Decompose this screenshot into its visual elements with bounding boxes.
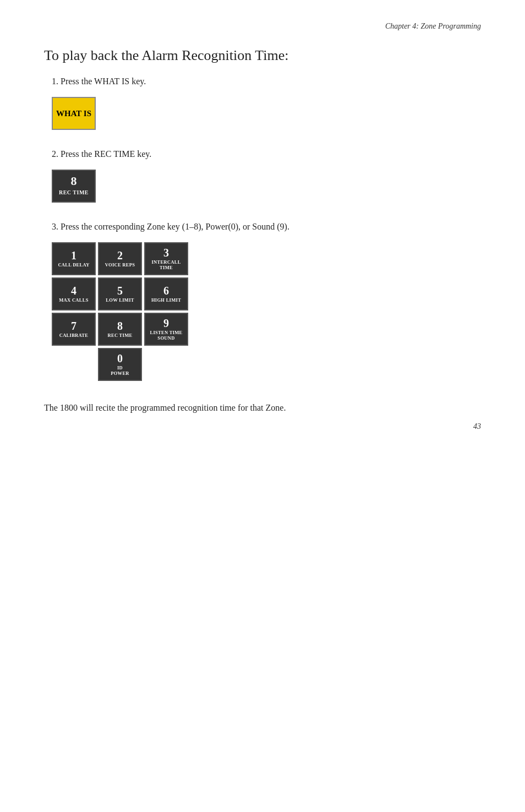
zone-key-2[interactable]: 2 VOICE REPS (98, 242, 142, 275)
zone-key-2-number: 2 (117, 250, 123, 261)
zone-key-4[interactable]: 4 MAX CALLS (52, 277, 96, 310)
what-is-key-illustration: WHAT IS (52, 97, 96, 130)
zone-key-5-number: 5 (117, 285, 123, 296)
zone-key-7[interactable]: 7 CALIBRATE (52, 313, 96, 346)
chapter-label: Chapter 4: Zone Programming (385, 22, 481, 30)
step-3-number: 3. (52, 222, 61, 231)
rec-time-key-number: 8 (71, 175, 77, 187)
zone-key-0-label: IDPOWER (111, 365, 129, 376)
zone-key-9[interactable]: 9 LISTEN TIMESOUND (144, 313, 188, 346)
rec-time-key-illustration: 8 REC TIME (52, 170, 96, 203)
what-is-key[interactable]: WHAT IS (52, 97, 96, 130)
zone-key-0-number: 0 (117, 353, 123, 364)
zone-key-6-label: HIGH LIMIT (151, 297, 181, 303)
step-1-number: 1. (52, 77, 61, 86)
step-3-text: 3. Press the corresponding Zone key (1–8… (52, 220, 481, 233)
zone-key-1-number: 1 (71, 250, 76, 261)
zone-key-9-number: 9 (163, 318, 169, 329)
zone-key-0[interactable]: 0 IDPOWER (98, 348, 142, 381)
step-1: 1. Press the WHAT IS key. WHAT IS (44, 75, 481, 134)
step-1-text: 1. Press the WHAT IS key. (52, 75, 481, 88)
zone-key-4-number: 4 (71, 285, 76, 296)
rec-time-key[interactable]: 8 REC TIME (52, 170, 96, 203)
what-is-key-label: WHAT IS (56, 107, 91, 120)
zone-key-8-label: REC TIME (108, 333, 133, 338)
power-key-row: 0 IDPOWER (52, 348, 188, 381)
zone-key-5[interactable]: 5 LOW LIMIT (98, 277, 142, 310)
step-2: 2. Press the REC TIME key. 8 REC TIME (44, 148, 481, 207)
zone-key-3-number: 3 (163, 247, 169, 258)
step-1-label: Press the WHAT IS key. (61, 77, 146, 86)
zone-key-8-number: 8 (117, 320, 123, 331)
zone-key-3-label: INTERCALL TIME (145, 259, 187, 270)
zone-key-9-label: LISTEN TIMESOUND (150, 330, 182, 341)
power-key-spacer-left (52, 348, 96, 381)
zone-key-4-label: MAX CALLS (59, 297, 88, 303)
page-number: 43 (473, 422, 481, 431)
zone-key-1[interactable]: 1 CALL DELAY (52, 242, 96, 275)
conclusion-text: The 1800 will recite the programmed reco… (44, 401, 481, 415)
step-3: 3. Press the corresponding Zone key (1–8… (44, 220, 481, 381)
chapter-header: Chapter 4: Zone Programming (44, 22, 481, 31)
zone-key-7-number: 7 (71, 320, 76, 331)
zone-key-1-label: CALL DELAY (58, 262, 89, 268)
zone-key-8[interactable]: 8 REC TIME (98, 313, 142, 346)
zone-keys-grid: 1 CALL DELAY 2 VOICE REPS 3 INTERCALL TI… (52, 242, 188, 346)
step-3-label: Press the corresponding Zone key (1–8), … (61, 222, 289, 231)
zone-key-7-label: CALIBRATE (59, 333, 89, 338)
power-key-spacer-right (144, 348, 188, 381)
step-2-label: Press the REC TIME key. (61, 149, 151, 159)
zone-key-6[interactable]: 6 HIGH LIMIT (144, 277, 188, 310)
step-2-text: 2. Press the REC TIME key. (52, 148, 481, 161)
zone-key-2-label: VOICE REPS (105, 262, 135, 268)
main-title: To play back the Alarm Recognition Time: (44, 46, 481, 65)
zone-key-5-label: LOW LIMIT (106, 297, 134, 303)
zone-key-6-number: 6 (163, 285, 169, 296)
step-2-number: 2. (52, 149, 61, 159)
page-container: Chapter 4: Zone Programming To play back… (0, 0, 525, 448)
zone-key-3[interactable]: 3 INTERCALL TIME (144, 242, 188, 275)
rec-time-key-label: REC TIME (59, 188, 89, 197)
